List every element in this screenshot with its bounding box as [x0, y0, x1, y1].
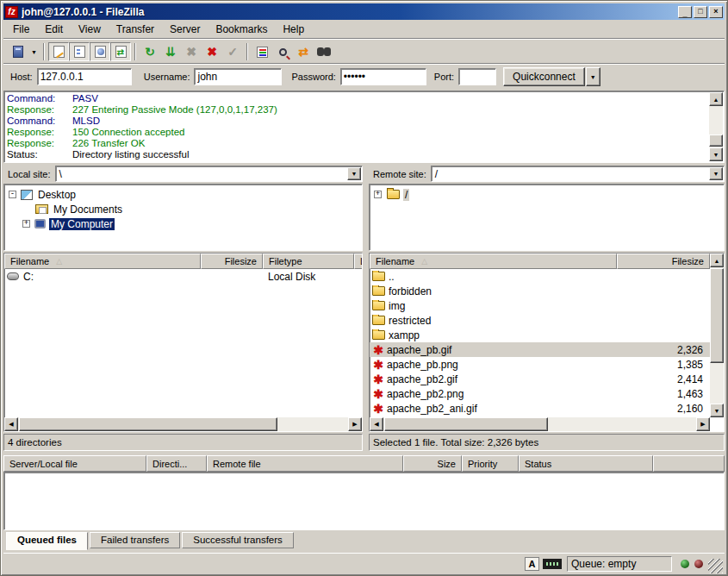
column-header-filesize[interactable]: Filesize: [617, 254, 710, 269]
find-files-button[interactable]: [272, 42, 293, 61]
transfer-type-icon[interactable]: A: [525, 557, 539, 571]
maximize-button[interactable]: □: [694, 6, 707, 18]
disconnect-button[interactable]: ✖: [202, 42, 222, 61]
local-site-combo[interactable]: \ ▼: [55, 166, 363, 182]
remote-file-row[interactable]: forbidden: [370, 284, 710, 298]
column-header-size[interactable]: Size: [403, 455, 462, 472]
directory-comparison-button[interactable]: ⇄: [293, 42, 314, 61]
menu-transfer[interactable]: Transfer: [109, 22, 162, 37]
remote-file-row[interactable]: ✱apache_pb2.png 1,463: [370, 386, 710, 401]
local-status-text: 4 directories: [3, 434, 363, 451]
tree-item-my-documents[interactable]: My Documents: [20, 202, 360, 216]
local-list-header: Filename△ Filesize Filetype L: [4, 254, 362, 269]
password-input[interactable]: [340, 68, 426, 85]
port-input[interactable]: [458, 68, 496, 85]
minimize-button[interactable]: _: [678, 6, 692, 18]
menu-help[interactable]: Help: [275, 22, 312, 37]
menu-bookmarks[interactable]: Bookmarks: [208, 22, 275, 37]
local-file-row[interactable]: C: Local Disk: [4, 269, 362, 284]
column-header-direction[interactable]: Directi...: [146, 455, 207, 472]
chevron-down-icon[interactable]: ▼: [347, 167, 361, 180]
tree-item-root[interactable]: + /: [371, 187, 722, 202]
encryption-indicator-icon[interactable]: [543, 559, 562, 569]
scroll-up-icon[interactable]: ▲: [709, 92, 723, 106]
image-file-icon: ✱: [371, 345, 385, 355]
local-panel: Local site: \ ▼ - Desktop My Documents: [3, 165, 363, 451]
remote-file-row[interactable]: img: [370, 298, 710, 313]
process-queue-icon: ⇊: [165, 46, 176, 58]
quickconnect-dropdown[interactable]: ▼: [586, 67, 600, 86]
remote-file-row-selected[interactable]: ✱apache_pb.gif 2,326: [370, 342, 710, 357]
folder-icon: [372, 301, 385, 310]
column-header-filesize[interactable]: Filesize: [201, 254, 263, 269]
tab-queued-files[interactable]: Queued files: [6, 532, 88, 550]
tree-item-my-computer[interactable]: + My Computer: [20, 216, 360, 231]
statusbar: A Queue: empty: [3, 553, 725, 573]
username-input[interactable]: [194, 68, 282, 85]
column-header-filename[interactable]: Filename△: [4, 254, 201, 269]
menu-edit[interactable]: Edit: [37, 22, 71, 37]
scroll-down-icon[interactable]: ▼: [710, 404, 724, 417]
tab-failed-transfers[interactable]: Failed transfers: [90, 532, 180, 548]
scrollbar-thumb[interactable]: [19, 417, 277, 431]
scroll-right-icon[interactable]: ▶: [696, 417, 710, 431]
scroll-right-icon[interactable]: ▶: [348, 417, 362, 431]
column-header-filename[interactable]: Filename△: [370, 254, 617, 269]
close-button[interactable]: ×: [709, 6, 723, 18]
column-header-filetype[interactable]: Filetype: [263, 254, 354, 269]
cancel-operation-button[interactable]: ✖: [181, 42, 202, 61]
scroll-down-icon[interactable]: ▼: [709, 147, 723, 161]
toggle-remote-tree-button[interactable]: [90, 42, 110, 61]
scroll-up-icon[interactable]: ▲: [710, 254, 724, 267]
scrollbar-thumb[interactable]: [709, 135, 723, 147]
remote-site-combo[interactable]: / ▼: [431, 166, 725, 182]
synchronized-browsing-button[interactable]: [314, 42, 334, 61]
tree-item-desktop[interactable]: - Desktop: [6, 187, 360, 202]
toggle-queue-button[interactable]: [110, 42, 131, 61]
log-scrollbar[interactable]: ▲ ▼: [709, 92, 723, 161]
quickconnect-button[interactable]: Quickconnect: [503, 67, 585, 86]
remote-file-row[interactable]: ✱apache_pb2.gif 2,414: [370, 372, 710, 386]
local-horizontal-scrollbar[interactable]: ◀ ▶: [4, 417, 362, 431]
column-header-lastmodified[interactable]: L: [354, 254, 362, 269]
chevron-down-icon: ▼: [590, 74, 596, 80]
process-queue-button[interactable]: ⇊: [160, 42, 181, 61]
refresh-button[interactable]: ↻: [140, 42, 160, 61]
tab-successful-transfers[interactable]: Successful transfers: [182, 532, 294, 548]
remote-list-header: Filename△ Filesize: [370, 254, 710, 269]
column-header-remote-file[interactable]: Remote file: [207, 455, 403, 472]
chevron-down-icon[interactable]: ▼: [709, 167, 723, 180]
queue-body[interactable]: [3, 472, 725, 530]
remote-file-row[interactable]: ✱apache_pb2_ani.gif 2,160: [370, 401, 710, 416]
host-input[interactable]: [37, 68, 132, 85]
remote-file-row[interactable]: ..: [370, 269, 710, 284]
filter-button[interactable]: [252, 42, 272, 61]
resize-grip[interactable]: [708, 559, 723, 573]
column-header-priority[interactable]: Priority: [462, 455, 519, 472]
remote-vertical-scrollbar[interactable]: ▲ ▼: [710, 254, 724, 417]
remote-file-row[interactable]: restricted: [370, 313, 710, 328]
reconnect-button[interactable]: ✓: [222, 42, 243, 61]
cancel-icon: ✖: [186, 46, 196, 58]
toggle-message-log-button[interactable]: [48, 42, 69, 61]
site-manager-dropdown[interactable]: ▼: [28, 42, 40, 61]
quickconnect-bar: Host: Username: Password: Port: Quickcon…: [3, 65, 725, 89]
menu-server[interactable]: Server: [162, 22, 208, 37]
scrollbar-thumb[interactable]: [710, 268, 724, 363]
panel-splitter[interactable]: [363, 165, 369, 451]
expand-icon[interactable]: +: [22, 220, 30, 228]
site-manager-button[interactable]: [8, 42, 28, 61]
scrollbar-thumb[interactable]: [384, 417, 548, 431]
column-header-server-local-file[interactable]: Server/Local file: [3, 455, 146, 472]
collapse-icon[interactable]: -: [9, 191, 16, 198]
menu-view[interactable]: View: [71, 22, 109, 37]
remote-file-row[interactable]: xampp: [370, 328, 710, 342]
scroll-left-icon[interactable]: ◀: [4, 417, 18, 431]
remote-file-row[interactable]: ✱apache_pb.png 1,385: [370, 357, 710, 372]
scroll-left-icon[interactable]: ◀: [370, 417, 383, 431]
column-header-status[interactable]: Status: [519, 455, 653, 472]
toggle-local-tree-button[interactable]: [69, 42, 90, 61]
menu-file[interactable]: File: [5, 22, 37, 37]
remote-horizontal-scrollbar[interactable]: ◀ ▶: [370, 417, 710, 431]
expand-icon[interactable]: +: [374, 191, 382, 198]
